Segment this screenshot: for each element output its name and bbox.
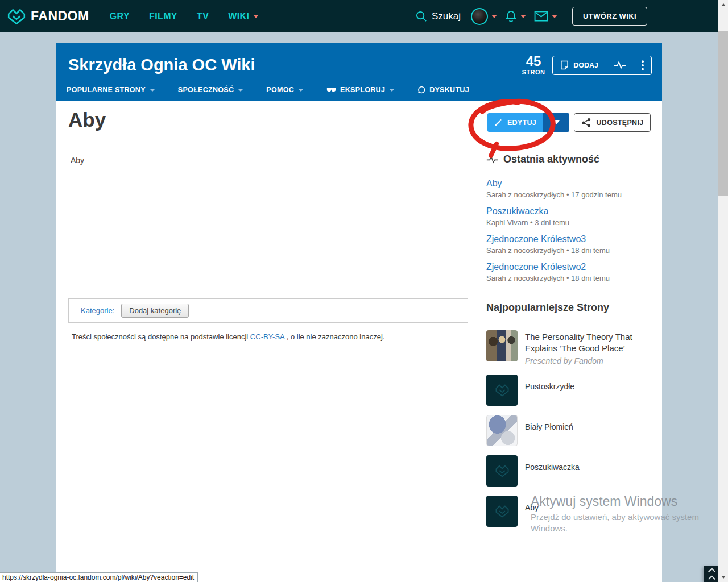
fandom-wordmark: FANDOM <box>31 9 89 24</box>
license-text: Treści społeczności są dostępne na podst… <box>72 332 384 341</box>
categories-link[interactable]: Kategorie: <box>81 306 114 315</box>
page-count-number: 45 <box>522 55 545 68</box>
activity-item: Zjednoczone Królestwo3 Sarah z nocoskrzy… <box>486 234 646 255</box>
nav-spolecznosc[interactable]: SPOŁECZNOŚĆ <box>178 86 243 94</box>
topnav-item-tv[interactable]: TV <box>197 11 209 22</box>
chevron-down-icon <box>553 120 560 124</box>
fandom-heart-icon <box>7 8 26 25</box>
popular-page-item: Pustoskrzydłe <box>486 375 646 406</box>
popular-thumbnail-dragon[interactable] <box>486 415 518 446</box>
triangle-down-icon <box>721 576 726 579</box>
avatar[interactable] <box>471 8 488 25</box>
activity-meta: Kaphi Vivarn • 3 dni temu <box>486 218 646 227</box>
wiki-title[interactable]: Skrzydła Ognia OC Wiki <box>68 56 255 74</box>
global-search[interactable]: Szukaj <box>415 10 461 22</box>
fandom-heart-icon <box>495 464 510 477</box>
activity-link[interactable]: Zjednoczone Królestwo3 <box>486 234 586 244</box>
wiki-more-button[interactable] <box>634 56 651 74</box>
triangle-up-icon <box>721 3 726 6</box>
search-icon <box>415 10 427 22</box>
nav-eksploruj[interactable]: EKSPLORUJ <box>326 86 395 94</box>
page-canvas: Skrzydła Ognia OC Wiki 45 STRON DODAJ <box>56 43 662 582</box>
vertical-scrollbar[interactable] <box>718 0 728 582</box>
chevron-up-icon <box>708 568 715 575</box>
popular-thumbnail-placeholder[interactable] <box>486 496 518 527</box>
scrollbar-down-button[interactable] <box>718 572 728 582</box>
scroll-to-top-button[interactable] <box>704 566 719 582</box>
kebab-menu-icon <box>642 60 644 70</box>
add-category-button[interactable]: Dodaj kategorię <box>121 304 189 318</box>
wiki-action-group: DODAJ <box>552 56 652 75</box>
popular-page-link[interactable]: Biały Płomień <box>525 415 573 446</box>
activity-link[interactable]: Zjednoczone Królestwo2 <box>486 262 586 272</box>
page-title: Aby <box>68 109 106 131</box>
article-body-text: Aby <box>71 156 84 165</box>
cc-by-sa-link[interactable]: CC-BY-SA <box>250 332 284 341</box>
chevron-down-icon <box>552 15 557 18</box>
popular-page-link[interactable]: The Personality Theory That Explains ‘Th… <box>525 330 647 355</box>
popular-thumbnail-photo[interactable] <box>486 330 518 361</box>
activity-item: Zjednoczone Królestwo2 Sarah z nocoskrzy… <box>486 262 646 282</box>
topnav-item-wiki[interactable]: WIKI <box>228 11 259 22</box>
popular-page-item: Biały Płomień <box>486 415 646 446</box>
share-icon <box>581 118 592 128</box>
recent-activity-header: Ostatnia aktywność <box>486 153 646 171</box>
popular-thumbnail-placeholder[interactable] <box>486 375 518 406</box>
page-action-buttons: EDYTUJ UDOSTĘPNIJ <box>487 113 651 132</box>
bell-icon <box>505 10 517 23</box>
nav-dyskutuj[interactable]: DYSKUTUJ <box>417 86 469 94</box>
popular-page-link[interactable]: Pustoskrzydłe <box>525 375 574 406</box>
fandom-heart-icon <box>495 505 510 518</box>
messages-menu[interactable] <box>534 11 557 22</box>
chevron-down-icon <box>253 15 259 18</box>
popular-page-link[interactable]: Poszukiwaczka <box>525 455 580 487</box>
envelope-icon <box>534 11 548 22</box>
topnav-right-cluster: Szukaj UTWÓRZ WIKI <box>415 0 647 32</box>
popular-pages-header: Najpopularniejsze Strony <box>486 302 646 319</box>
page-count: 45 STRON <box>522 55 545 76</box>
nav-popularne-strony[interactable]: POPULARNE STRONY <box>67 86 155 94</box>
share-button[interactable]: UDOSTĘPNIJ <box>574 113 651 132</box>
activity-meta: Sarah z nocoskrzydłych • 17 godzin temu <box>486 190 646 199</box>
popular-pages-list: The Personality Theory That Explains ‘Th… <box>486 330 646 527</box>
topnav-item-gry[interactable]: GRY <box>110 11 130 22</box>
create-wiki-button[interactable]: UTWÓRZ WIKI <box>572 7 647 26</box>
chevron-down-icon <box>150 89 155 92</box>
popular-page-item: The Personality Theory That Explains ‘Th… <box>486 330 646 365</box>
fandom-heart-icon <box>495 384 510 397</box>
wiki-activity-button[interactable] <box>606 56 634 74</box>
activity-link[interactable]: Aby <box>486 178 502 189</box>
status-bar-url: https://skrzydla-ognia-oc.fandom.com/pl/… <box>0 572 198 582</box>
popular-page-link[interactable]: Aby <box>525 496 539 527</box>
topnav-item-filmy[interactable]: FILMY <box>149 11 177 22</box>
popular-page-item: Poszukiwaczka <box>486 455 646 487</box>
fandom-logo[interactable]: FANDOM <box>7 8 89 25</box>
activity-pulse-icon <box>486 155 498 164</box>
category-box: Kategorie: Dodaj kategorię <box>68 298 468 323</box>
page-count-label: STRON <box>522 69 545 76</box>
activity-meta: Sarah z nocoskrzydłych • 18 dni temu <box>486 274 646 282</box>
edit-dropdown-button[interactable] <box>543 113 569 132</box>
chevron-down-icon <box>298 89 304 92</box>
discussion-bubble-icon <box>417 86 425 94</box>
explore-mask-icon <box>326 87 336 93</box>
article-page: Aby EDYTUJ <box>56 101 662 582</box>
wiki-header: Skrzydła Ognia OC Wiki 45 STRON DODAJ <box>56 43 662 101</box>
nav-pomoc[interactable]: POMOC <box>266 86 304 94</box>
chevron-down-icon <box>520 15 526 18</box>
activity-link[interactable]: Poszukiwaczka <box>486 206 548 217</box>
add-page-button[interactable]: DODAJ <box>553 56 606 74</box>
activity-item: Aby Sarah z nocoskrzydłych • 17 godzin t… <box>486 178 646 199</box>
popular-thumbnail-placeholder[interactable] <box>486 455 518 487</box>
activity-item: Poszukiwaczka Kaphi Vivarn • 3 dni temu <box>486 206 646 227</box>
topnav-menu: GRY FILMY TV WIKI <box>110 11 259 22</box>
scrollbar-up-button[interactable] <box>718 0 728 10</box>
scrollbar-thumb[interactable] <box>718 31 728 196</box>
notifications-menu[interactable] <box>505 10 526 23</box>
user-menu[interactable] <box>471 8 497 25</box>
new-page-icon <box>560 60 569 70</box>
chevron-down-icon <box>389 89 395 92</box>
edit-button[interactable]: EDYTUJ <box>487 113 543 132</box>
popular-page-item: Aby <box>486 496 646 527</box>
wiki-header-actions: 45 STRON DODAJ <box>522 55 652 76</box>
